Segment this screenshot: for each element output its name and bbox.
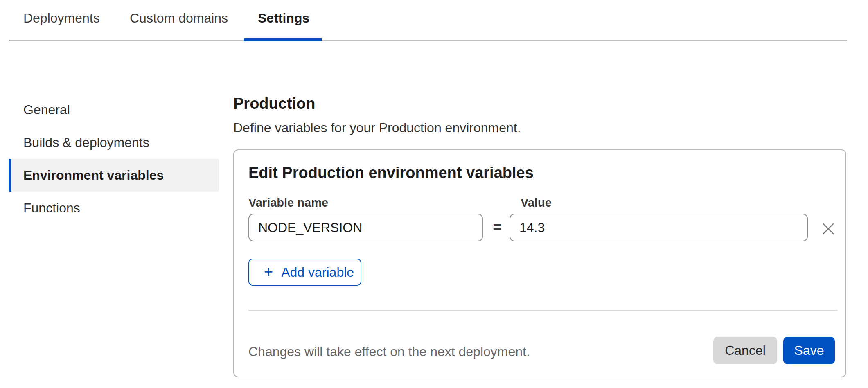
tab-settings[interactable]: Settings	[258, 11, 309, 26]
equals-sign: =	[487, 214, 507, 241]
page-description: Define variables for your Production env…	[233, 120, 521, 135]
variable-value-input[interactable]	[510, 214, 808, 241]
sidebar-item-builds-deployments[interactable]: Builds & deployments	[9, 126, 219, 159]
pages-settings-screen: Deployments Custom domains Settings Gene…	[0, 0, 868, 388]
variable-name-input[interactable]	[248, 214, 483, 241]
sidebar-item-environment-variables[interactable]: Environment variables	[9, 159, 219, 192]
cancel-button[interactable]: Cancel	[713, 337, 777, 364]
footer-note: Changes will take effect on the next dep…	[248, 344, 530, 359]
sidebar-item-general[interactable]: General	[9, 93, 219, 126]
add-variable-button[interactable]: + Add variable	[248, 259, 361, 286]
variable-name-label: Variable name	[248, 196, 328, 210]
remove-variable-button[interactable]	[819, 220, 837, 238]
active-tab-indicator	[244, 38, 322, 41]
value-label: Value	[521, 196, 552, 210]
settings-sidebar: General Builds & deployments Environment…	[9, 93, 219, 224]
environment-variables-card: Edit Production environment variables Va…	[233, 149, 846, 377]
card-divider	[248, 310, 838, 311]
card-title: Edit Production environment variables	[248, 164, 534, 182]
plus-icon: +	[264, 264, 273, 280]
save-button[interactable]: Save	[783, 337, 835, 364]
tab-custom-domains[interactable]: Custom domains	[130, 11, 228, 26]
page-title: Production	[233, 95, 316, 113]
sidebar-item-functions[interactable]: Functions	[9, 192, 219, 224]
close-icon	[822, 222, 835, 235]
tab-bar-divider	[9, 40, 847, 41]
add-variable-label: Add variable	[281, 265, 354, 280]
tab-deployments[interactable]: Deployments	[23, 11, 100, 26]
